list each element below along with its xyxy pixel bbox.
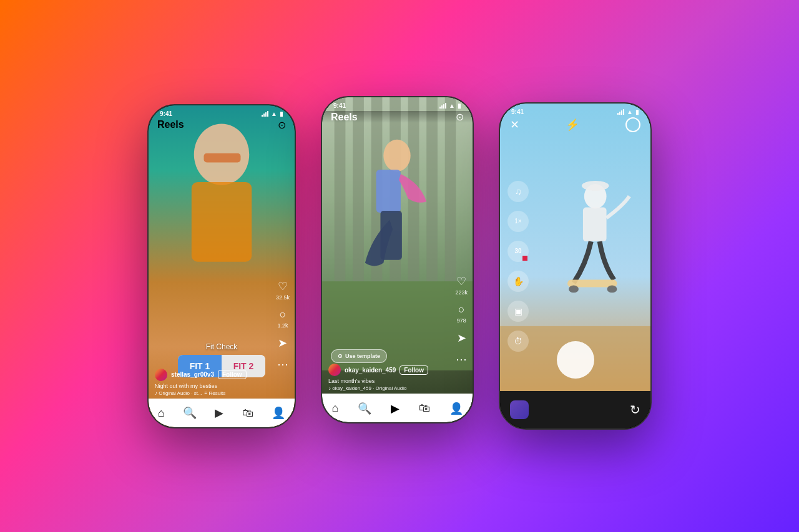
flip-camera-icon[interactable]: ↻ [630, 402, 640, 417]
status-icons-1: ▲ ▮ [262, 110, 283, 117]
close-icon[interactable]: ✕ [510, 118, 519, 132]
reels-title-1: Reels [157, 119, 184, 130]
svg-point-22 [607, 285, 617, 293]
svg-rect-13 [376, 170, 401, 213]
battery-icon-2: ▮ [458, 102, 461, 109]
comment-action-2[interactable]: ○ 978 [457, 303, 466, 324]
comment-count-2: 978 [457, 317, 466, 324]
nav-profile-1[interactable]: 👤 [272, 406, 285, 420]
username-2: okay_kaiden_459 [345, 367, 396, 374]
duration-icon[interactable]: ⏱ [507, 331, 529, 352]
status-bar-2: 9:41 ▲ ▮ [322, 97, 473, 112]
circle-icon[interactable] [625, 117, 640, 132]
nav-shop-2[interactable]: 🛍 [419, 402, 430, 415]
phone1-bottom-info: stellas_gr00v3 Follow Night out with my … [155, 369, 270, 396]
share-action-2[interactable]: ➤ [457, 331, 466, 345]
username-1: stellas_gr00v3 [171, 371, 214, 378]
time-2: 9:41 [333, 102, 346, 109]
color-swatch[interactable] [510, 400, 529, 419]
follow-btn-1[interactable]: Follow [218, 370, 247, 379]
svg-rect-18 [583, 208, 607, 242]
status-bar-3: 9:41 ▲ ▮ [500, 104, 650, 118]
music-icon[interactable]: ♫ [507, 181, 529, 202]
status-bar-1: 9:41 ▲ ▮ [149, 105, 295, 120]
use-template-label: Use template [345, 353, 380, 359]
nav-search-1[interactable]: 🔍 [183, 406, 197, 420]
reels-header-1: Reels ⊙ [149, 119, 295, 131]
camera-icon-1[interactable]: ⊙ [278, 119, 286, 131]
comment-action[interactable]: ○ 1.2k [277, 308, 288, 329]
svg-rect-1 [192, 181, 252, 261]
caption-2: Last month's vibes [328, 378, 448, 384]
status-icons-3: ▲ ▮ [617, 109, 639, 115]
gesture-icon[interactable]: ✋ [507, 271, 529, 292]
phone3-side-icons: ♫ 1× 30 ✋ ▣ ⏱ [507, 181, 529, 352]
reels-header-2: Reels ⊙ [322, 111, 473, 123]
svg-rect-5 [353, 97, 364, 281]
svg-rect-9 [426, 97, 438, 281]
results-text: ≡ Results [205, 390, 226, 396]
nav-reels-2[interactable]: ▶ [391, 402, 400, 415]
nav-bar-2: ⌂ 🔍 ▶ 🛍 👤 [322, 394, 473, 422]
more-action-2[interactable]: ⋯ [456, 352, 467, 366]
audio-text-1: ♪ Original Audio · st... [155, 390, 202, 396]
svg-point-19 [582, 181, 609, 191]
phone-1: 9:41 ▲ ▮ Reels ⊙ [147, 104, 296, 428]
layout-icon[interactable]: ▣ [507, 301, 529, 322]
nav-bar-1: ⌂ 🔍 ▶ 🛍 👤 [149, 399, 295, 427]
wifi-icon-1: ▲ [271, 110, 277, 117]
timer-value: 30 [514, 248, 521, 254]
nav-search-2[interactable]: 🔍 [358, 402, 371, 415]
like-count-2: 223k [455, 289, 468, 296]
svg-point-21 [569, 285, 579, 293]
svg-rect-10 [445, 97, 456, 281]
comment-count: 1.2k [277, 322, 288, 329]
timer-icon-30[interactable]: 30 [507, 241, 529, 262]
time-3: 9:41 [511, 109, 524, 115]
audio-text-2: ♪ okay_kaiden_459 · Original Audio [328, 385, 406, 391]
like-action-2[interactable]: ♡ 223k [455, 274, 468, 296]
svg-point-12 [383, 140, 410, 172]
time-1: 9:41 [160, 110, 172, 117]
like-action[interactable]: ♡ 32.5k [276, 279, 290, 301]
battery-icon-3: ▮ [635, 109, 639, 115]
audio-row-1: ♪ Original Audio · st... ≡ Results [155, 390, 270, 396]
nav-home-2[interactable]: ⌂ [331, 402, 338, 415]
phone3-top-bar: ✕ ⚡ [500, 117, 650, 132]
status-icons-2: ▲ ▮ [439, 102, 461, 109]
avatar-2 [328, 364, 341, 376]
avatar-1 [155, 369, 167, 381]
phone2-bottom-info: okay_kaiden_459 Follow Last month's vibe… [328, 364, 448, 391]
wifi-icon-2: ▲ [449, 102, 455, 109]
like-count: 32.5k [276, 294, 290, 301]
follow-btn-2[interactable]: Follow [400, 365, 428, 375]
nav-home-1[interactable]: ⌂ [158, 407, 165, 420]
nav-profile-2[interactable]: 👤 [449, 402, 463, 415]
nav-reels-1[interactable]: ▶ [215, 406, 223, 420]
svg-rect-2 [203, 153, 240, 162]
wifi-icon-3: ▲ [627, 109, 633, 115]
capture-button[interactable] [557, 341, 594, 379]
audio-row-2: ♪ okay_kaiden_459 · Original Audio [328, 385, 448, 391]
flash-off-icon[interactable]: ⚡ [566, 118, 579, 132]
camera-small-icon: ⊙ [338, 353, 343, 359]
phone-2: 9:41 ▲ ▮ Reels ⊙ [321, 96, 474, 423]
caption-1: Night out with my besties [155, 383, 270, 389]
battery-icon-1: ▮ [280, 110, 283, 117]
phone3-bottom-bar: ↻ [500, 391, 650, 428]
phone-3: 9:41 ▲ ▮ ✕ ⚡ [499, 102, 652, 430]
speed-icon[interactable]: 1× [507, 211, 529, 232]
nav-shop-1[interactable]: 🛍 [242, 407, 253, 420]
svg-rect-4 [335, 97, 346, 281]
camera-icon-2[interactable]: ⊙ [456, 111, 464, 123]
use-template-button[interactable]: ⊙ Use template [331, 349, 387, 363]
reels-title-2: Reels [331, 112, 358, 123]
fit-check-label: Fit Check [206, 342, 238, 351]
phone2-actions: ♡ 223k ○ 978 ➤ ⋯ [455, 274, 468, 366]
